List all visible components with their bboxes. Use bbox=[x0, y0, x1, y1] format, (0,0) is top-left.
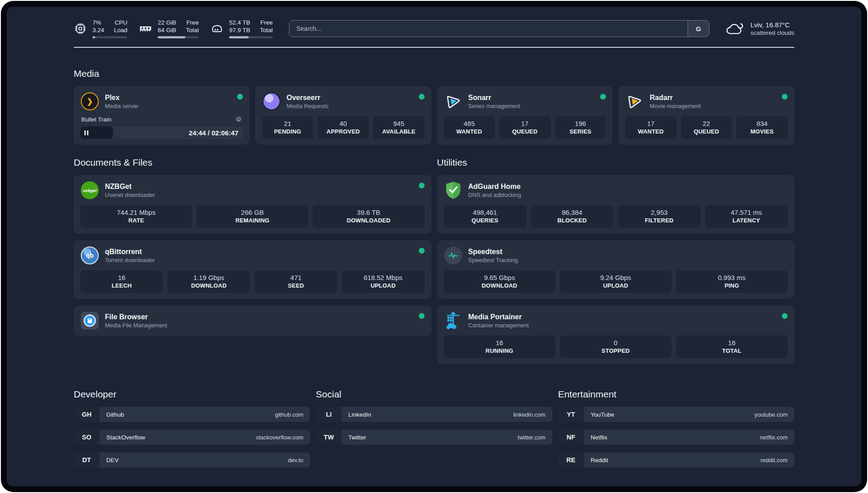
stat-label: REMAINING bbox=[199, 217, 305, 224]
app-title: AdGuard Home bbox=[468, 182, 522, 191]
stat-box: 485 WANTED bbox=[444, 116, 495, 139]
cpu-progress-track bbox=[92, 36, 127, 38]
stat-box: 0.993 ms PING bbox=[676, 270, 788, 293]
stat-label: DOWNLOAD bbox=[447, 282, 553, 289]
status-dot bbox=[782, 313, 788, 319]
bookmark-twitter[interactable]: TW Twitter twitter.com bbox=[316, 430, 552, 445]
stat-box: 2,953 FILTERED bbox=[618, 205, 701, 228]
app-card-plex[interactable]: ❯ Plex Media server Bullet Train bbox=[74, 86, 250, 145]
bookmark-url: stackoverflow.com bbox=[256, 434, 303, 441]
storage-label-2: Total bbox=[260, 26, 273, 34]
cloud-icon bbox=[726, 21, 744, 36]
storage-free: 52.4 TB bbox=[229, 19, 250, 26]
stat-box: 40 APPROVED bbox=[317, 116, 369, 139]
entertainment-column: Entertainment YT YouTube youtube.com NF … bbox=[558, 389, 794, 468]
stat-value: 47.571 ms bbox=[708, 208, 785, 217]
bookmark-stackoverflow[interactable]: SO StackOverflow stackoverflow.com bbox=[74, 430, 310, 445]
app-subtitle: Series management bbox=[468, 102, 520, 110]
stat-box: 266 GB REMAINING bbox=[196, 205, 308, 228]
playback-progress-track[interactable]: 24:44 / 02:06:47 bbox=[80, 126, 243, 139]
stat-box: 16 LEECH bbox=[80, 270, 163, 293]
header-divider bbox=[74, 47, 794, 48]
section-title-entertainment: Entertainment bbox=[558, 389, 794, 400]
search-input[interactable] bbox=[289, 21, 688, 37]
stat-value: 39.6 TB bbox=[315, 208, 421, 217]
stat-box: 744.21 Mbps RATE bbox=[80, 205, 192, 228]
status-dot bbox=[419, 183, 425, 188]
bookmark-abbr: LI bbox=[316, 407, 342, 422]
bookmark-reddit[interactable]: RE Reddit reddit.com bbox=[558, 452, 794, 468]
speedtest-icon bbox=[444, 246, 463, 265]
bookmark-name: DEV bbox=[106, 457, 119, 464]
search-engine-button[interactable]: G bbox=[688, 21, 709, 37]
app-card-portainer[interactable]: Media Portainer Container management 16 … bbox=[437, 305, 795, 364]
stat-box: 17 WANTED bbox=[625, 116, 676, 139]
stat-value: 485 bbox=[447, 119, 492, 128]
documents-column: Documents & Files nzbget NZBGet Usenet d… bbox=[74, 157, 431, 336]
bookmark-abbr: SO bbox=[74, 430, 100, 445]
app-card-overseerr[interactable]: Overseerr Media Requests 21 PENDING 40 A… bbox=[255, 86, 431, 145]
window-frame: 7% CPU 3.24 Load 22 GiB Free bbox=[1, 1, 867, 492]
radarr-icon bbox=[625, 92, 644, 111]
app-card-sonarr[interactable]: Sonarr Series management 485 WANTED 17 Q… bbox=[437, 86, 613, 145]
sonarr-icon bbox=[444, 92, 463, 111]
bookmark-dev[interactable]: DT DEV dev.to bbox=[74, 452, 310, 468]
stat-box: 618.52 Mbps UPLOAD bbox=[342, 270, 424, 293]
stat-box: 21 PENDING bbox=[262, 116, 313, 139]
memory-free: 22 GiB bbox=[158, 19, 176, 26]
stat-value: 945 bbox=[376, 119, 422, 128]
stat-label: AVAILABLE bbox=[376, 128, 422, 135]
stat-value: 196 bbox=[558, 119, 604, 128]
bookmark-abbr: DT bbox=[74, 452, 100, 468]
portainer-icon bbox=[444, 311, 463, 330]
stat-label: RATE bbox=[83, 217, 189, 224]
stat-value: 834 bbox=[739, 119, 785, 128]
bookmark-github[interactable]: GH Github github.com bbox=[74, 407, 310, 422]
app-subtitle: Container management bbox=[468, 322, 529, 329]
stat-label: LATENCY bbox=[708, 217, 785, 224]
bookmark-name: StackOverflow bbox=[106, 434, 145, 441]
bookmark-linkedin[interactable]: LI LinkedIn linkedin.com bbox=[316, 407, 552, 422]
stat-box: 196 SERIES bbox=[555, 116, 606, 139]
memory-progress-track bbox=[158, 36, 199, 38]
bookmark-youtube[interactable]: YT YouTube youtube.com bbox=[558, 407, 794, 422]
gear-icon[interactable] bbox=[235, 116, 242, 123]
app-title: Sonarr bbox=[468, 93, 520, 102]
stat-label: APPROVED bbox=[320, 128, 366, 135]
stat-box: 0 STOPPED bbox=[560, 335, 672, 358]
disk-icon bbox=[210, 22, 224, 35]
app-card-qbittorrent[interactable]: qb qBittorrent Torrent downloader 16 LEE… bbox=[74, 240, 431, 299]
social-column: Social LI LinkedIn linkedin.com TW Twitt… bbox=[316, 389, 552, 468]
app-card-radarr[interactable]: Radarr Movie management 17 WANTED 22 QUE… bbox=[618, 86, 794, 145]
bookmark-netflix[interactable]: NF Netflix netflix.com bbox=[558, 430, 794, 445]
section-title-documents: Documents & Files bbox=[74, 157, 431, 168]
stat-value: 618.52 Mbps bbox=[344, 273, 421, 282]
app-card-nzbget[interactable]: nzbget NZBGet Usenet downloader 744.21 M… bbox=[74, 175, 431, 234]
memory-total: 64 GiB bbox=[158, 26, 176, 34]
bookmark-url: dev.to bbox=[288, 457, 303, 464]
memory-label-2: Total bbox=[186, 26, 199, 34]
stat-box: 945 AVAILABLE bbox=[373, 116, 425, 139]
stat-label: LEECH bbox=[83, 282, 160, 289]
app-card-speedtest[interactable]: Speedtest Speedtest Tracking 9.65 Gbps D… bbox=[437, 240, 795, 299]
bookmark-name: Twitter bbox=[348, 434, 366, 441]
media-grid: ❯ Plex Media server Bullet Train bbox=[74, 86, 794, 145]
app-title: File Browser bbox=[105, 313, 167, 322]
status-dot bbox=[419, 248, 425, 254]
bookmark-abbr: NF bbox=[558, 430, 584, 445]
stat-label: UPLOAD bbox=[344, 282, 421, 289]
app-title: Speedtest bbox=[468, 247, 518, 256]
section-title-social: Social bbox=[316, 389, 552, 400]
bookmark-url: youtube.com bbox=[755, 411, 788, 418]
status-dot bbox=[782, 94, 788, 100]
stat-label: QUEUED bbox=[684, 128, 730, 135]
app-card-filebrowser[interactable]: File Browser Media File Management bbox=[74, 305, 431, 336]
section-title-developer: Developer bbox=[74, 389, 310, 400]
stat-box: 39.6 TB DOWNLOADED bbox=[313, 205, 424, 228]
stat-value: 22 bbox=[684, 119, 730, 128]
stat-value: 498,461 bbox=[447, 208, 524, 217]
app-card-adguard[interactable]: AdGuard Home DNS and adblocking 498,461 … bbox=[437, 175, 795, 234]
stat-label: DOWNLOADED bbox=[315, 217, 421, 224]
filebrowser-icon bbox=[80, 311, 99, 330]
app-subtitle: DNS and adblocking bbox=[468, 191, 522, 199]
